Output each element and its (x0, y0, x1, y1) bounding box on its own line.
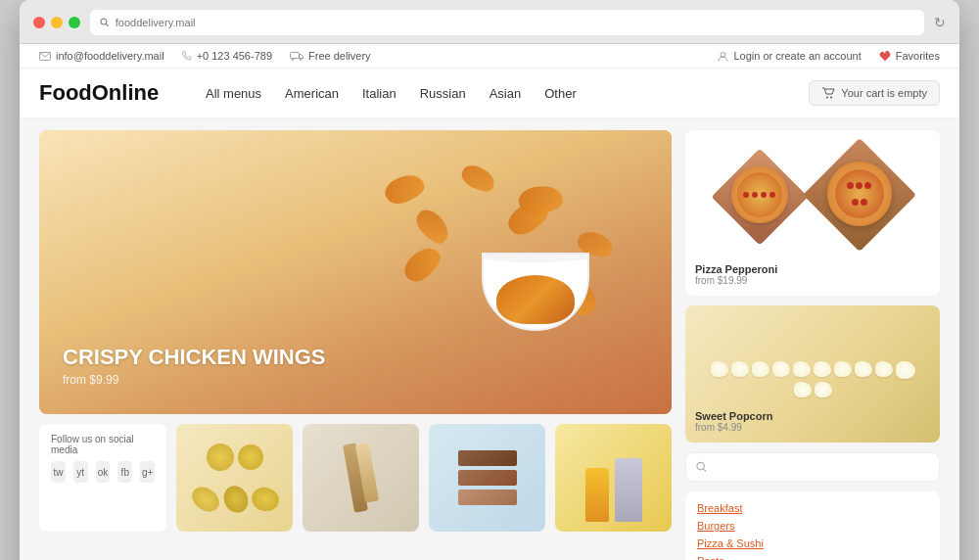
email-icon (39, 52, 51, 61)
site-content: info@fooddelivery.mail +0 123 456-789 (20, 44, 959, 560)
social-title: Follow us on social media (51, 434, 155, 455)
cart-button[interactable]: Your cart is empty (809, 80, 940, 106)
can (615, 458, 642, 522)
chicken-visual (63, 158, 648, 346)
choc-bar (458, 490, 517, 505)
category-search-input[interactable] (713, 461, 929, 473)
url-input[interactable] (116, 17, 914, 28)
youtube-icon[interactable]: yt (73, 461, 88, 483)
pizza-info: Pizza Pepperoni from $19.99 (695, 263, 930, 286)
search-box (685, 452, 940, 482)
email-text: info@fooddelivery.mail (56, 50, 164, 62)
nav-american[interactable]: American (285, 86, 339, 101)
ok-icon[interactable]: ok (96, 461, 111, 483)
chips-visual (176, 424, 293, 532)
pizza-name: Pizza Pepperoni (695, 263, 930, 275)
hero-price: from $9.99 (63, 373, 648, 387)
facebook-icon[interactable]: fb (117, 461, 132, 483)
category-burgers[interactable]: Burgers (697, 517, 928, 535)
main-header: FoodOnline All menus American Italian Ru… (20, 69, 959, 118)
user-icon (718, 51, 728, 62)
candy-visual (339, 424, 384, 532)
chip (203, 440, 238, 475)
category-list: Breakfast Burgers Pizza & Sushi Pasta So… (685, 491, 940, 560)
favorites-text: Favorites (896, 50, 940, 62)
browser-chrome: ↻ (20, 0, 959, 44)
svg-rect-3 (291, 53, 300, 59)
drinks-card[interactable] (555, 424, 672, 532)
svg-point-7 (826, 97, 828, 99)
popcorn-name: Sweet Popcorn (695, 410, 772, 422)
browser-window: ↻ info@fooddelivery.mail +0 123 456-789 (20, 0, 959, 560)
category-pizza-sushi[interactable]: Pizza & Sushi (697, 535, 928, 552)
email-item: info@fooddelivery.mail (39, 50, 164, 62)
maximize-button[interactable] (69, 17, 80, 28)
nav-italian[interactable]: Italian (362, 86, 396, 101)
choc-bar (458, 470, 517, 486)
popcorn-background: Sweet Popcorn from $4.99 (685, 305, 940, 443)
wing-decoration (458, 162, 497, 194)
wing-decoration (381, 168, 428, 210)
top-bar-left: info@fooddelivery.mail +0 123 456-789 (39, 50, 371, 62)
pizza-circle (731, 166, 788, 223)
category-pasta[interactable]: Pasta (697, 552, 928, 560)
pizza-top (827, 162, 892, 226)
choc-bar (458, 450, 517, 466)
nav-all-menus[interactable]: All menus (206, 86, 261, 101)
pizza-price: from $19.99 (695, 275, 930, 286)
twitter-icon[interactable]: tw (51, 461, 66, 483)
cup (585, 468, 609, 522)
hero-title: CRISPY CHICKEN WINGS (63, 346, 648, 369)
refresh-button[interactable]: ↻ (934, 15, 946, 30)
address-bar[interactable] (90, 10, 924, 35)
popcorn-pieces (705, 361, 921, 397)
close-button[interactable] (33, 17, 45, 28)
cart-label: Your cart is empty (841, 87, 927, 99)
phone-item: +0 123 456-789 (182, 50, 272, 62)
popcorn-card[interactable]: Sweet Popcorn from $4.99 (685, 305, 940, 443)
pizza-left (718, 148, 801, 251)
right-column: Pizza Pepperoni from $19.99 (685, 130, 940, 560)
cart-icon (821, 87, 835, 99)
social-icons: tw yt ok fb g+ (51, 461, 155, 483)
drinks-visual (578, 424, 650, 532)
delivery-text: Free delivery (308, 50, 371, 62)
favorites-item[interactable]: Favorites (879, 50, 940, 62)
top-bar: info@fooddelivery.mail +0 123 456-789 (20, 44, 959, 69)
logo[interactable]: FoodOnline (39, 80, 176, 106)
nav-other[interactable]: Other (544, 86, 577, 101)
main-nav: All menus American Italian Russian Asian… (206, 86, 779, 101)
chip (219, 482, 253, 517)
pizza-image-area (695, 140, 930, 257)
social-section: Follow us on social media tw yt ok fb g+ (39, 424, 166, 532)
nav-russian[interactable]: Russian (420, 86, 466, 101)
pizza-card[interactable]: Pizza Pepperoni from $19.99 (685, 130, 940, 296)
delivery-item: Free delivery (290, 50, 371, 62)
login-text: Login or create an account (733, 50, 861, 62)
popcorn-price: from $4.99 (695, 422, 772, 433)
window-controls (33, 17, 80, 28)
delivery-icon (290, 51, 303, 61)
login-item[interactable]: Login or create an account (718, 50, 861, 62)
category-breakfast[interactable]: Breakfast (697, 499, 928, 517)
minimize-button[interactable] (51, 17, 63, 28)
bowl-rim (482, 253, 589, 262)
bowl-content (496, 275, 575, 324)
left-column: CRISPY CHICKEN WINGS from $9.99 Follow u… (39, 130, 672, 560)
svg-point-4 (292, 59, 294, 61)
choc-visual (458, 424, 517, 532)
svg-line-10 (703, 469, 706, 472)
candy-card[interactable] (303, 424, 419, 532)
svg-point-9 (697, 462, 704, 469)
gplus-icon[interactable]: g+ (140, 461, 155, 483)
chip (235, 442, 264, 471)
hero-banner: CRISPY CHICKEN WINGS from $9.99 (39, 130, 672, 414)
chips-card[interactable] (176, 424, 293, 532)
nav-asian[interactable]: Asian (490, 86, 522, 101)
chocolate-card[interactable] (429, 424, 545, 532)
top-bar-right: Login or create an account Favorites (718, 50, 940, 62)
pizza-right (811, 145, 909, 253)
wing-decoration (411, 205, 455, 247)
svg-line-1 (106, 23, 108, 25)
phone-icon (182, 51, 192, 61)
